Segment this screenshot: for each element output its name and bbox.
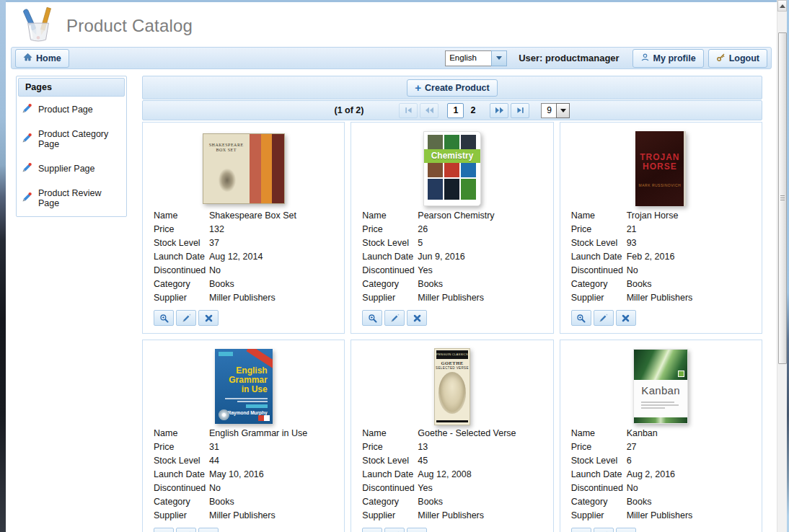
field-label: Name [154, 427, 209, 440]
field-label: Supplier [571, 291, 627, 305]
field-row-discontinued: Discontinued No [571, 482, 751, 495]
field-value: 93 [627, 236, 637, 250]
product-edit-button[interactable] [594, 528, 614, 532]
product-view-button[interactable] [362, 310, 382, 326]
field-row-discontinued: Discontinued Yes [362, 264, 542, 278]
paginator-last-button[interactable] [511, 103, 529, 118]
seek-last-icon [516, 107, 524, 114]
field-row-name: Name Pearson Chemistry [362, 209, 542, 223]
book-cover-trojan-horse: TROJANHORSEMARK RUSSINOVICH [635, 131, 686, 206]
field-value: Books [627, 495, 652, 509]
product-view-button[interactable] [154, 310, 174, 326]
language-select-dropdown-button[interactable] [491, 50, 507, 66]
pencil-icon [22, 133, 32, 146]
pencil-icon [22, 103, 32, 116]
product-edit-button[interactable] [384, 528, 405, 532]
field-row-stock_level: Stock Level 6 [571, 454, 751, 468]
field-value: Books [209, 495, 234, 509]
field-value: Aug 2, 2016 [627, 468, 675, 482]
seek-prev-icon [425, 107, 434, 114]
rows-per-page-dropdown-button[interactable] [556, 103, 570, 118]
search-plus-icon [368, 314, 377, 323]
product-fields: Name Shakespeare Box Set Price 132 Stock… [154, 209, 333, 305]
product-view-button[interactable] [362, 528, 382, 532]
product-delete-button[interactable] [407, 528, 427, 532]
product-fields: Name English Grammar in Use Price 31 Sto… [154, 427, 333, 523]
product-fields: Name Goethe - Selected Verse Price 13 St… [362, 427, 542, 523]
field-row-name: Name Shakespeare Box Set [154, 209, 333, 223]
scrollbar-thumb[interactable] [778, 32, 787, 364]
paginator-prev-button[interactable] [420, 103, 438, 118]
logout-button[interactable]: Logout [708, 49, 767, 68]
create-product-button-label: Create Product [425, 83, 490, 93]
pages-panel-items: Product Page Product Category Page Suppl… [18, 97, 125, 215]
field-label: Category [362, 495, 418, 509]
field-label: Launch Date [571, 468, 627, 482]
create-product-button[interactable]: + Create Product [407, 79, 497, 97]
field-label: Name [362, 209, 418, 223]
field-value: Books [209, 278, 234, 291]
field-label: Name [154, 209, 209, 223]
language-select: English [445, 50, 507, 66]
field-value: Yes [418, 264, 432, 278]
field-label: Price [571, 440, 627, 454]
product-edit-button[interactable] [176, 528, 196, 532]
product-actions [154, 310, 333, 326]
sidebar-item-product-review-page[interactable]: Product Review Page [18, 182, 125, 215]
field-row-price: Price 26 [362, 223, 542, 236]
field-row-price: Price 13 [362, 440, 542, 454]
close-icon [413, 314, 421, 322]
field-row-price: Price 21 [571, 223, 751, 236]
home-button[interactable]: Home [15, 49, 69, 68]
field-label: Launch Date [154, 468, 209, 482]
field-value: 26 [418, 223, 428, 236]
field-label: Launch Date [154, 250, 209, 264]
product-cover: EnglishGrammarin UseRaymond Murphy [154, 346, 333, 427]
language-select-value[interactable]: English [445, 50, 491, 66]
search-plus-icon [576, 314, 586, 323]
field-value: Books [418, 495, 443, 509]
sidebar-item-label: Product Page [38, 105, 93, 115]
product-edit-button[interactable] [176, 310, 196, 326]
rows-per-page-value[interactable]: 9 [541, 103, 556, 118]
sidebar-item-supplier-page[interactable]: Supplier Page [18, 156, 125, 182]
field-value: 6 [627, 454, 632, 468]
field-row-supplier: Supplier Miller Publishers [571, 291, 751, 305]
field-value: Books [418, 278, 443, 291]
paginator-first-button[interactable] [399, 103, 418, 118]
field-value: Goethe - Selected Verse [418, 427, 516, 440]
product-cover: SHAKESPEAREBOX SET [154, 128, 333, 209]
my-profile-button[interactable]: My profile [632, 49, 704, 68]
field-value: 45 [418, 454, 428, 468]
product-delete-button[interactable] [198, 310, 219, 326]
triangle-up-icon [780, 4, 785, 8]
product-delete-button[interactable] [407, 310, 427, 326]
field-row-discontinued: Discontinued No [154, 264, 333, 278]
paginator-next-button[interactable] [490, 103, 508, 118]
field-label: Stock Level [571, 236, 627, 250]
field-row-category: Category Books [571, 278, 751, 291]
product-edit-button[interactable] [384, 310, 405, 326]
product-delete-button[interactable] [616, 528, 636, 532]
product-edit-button[interactable] [594, 310, 614, 326]
product-view-button[interactable] [571, 528, 591, 532]
field-label: Category [362, 278, 418, 291]
product-delete-button[interactable] [616, 310, 636, 326]
edit-pencil-icon [182, 314, 191, 323]
product-view-button[interactable] [154, 528, 174, 532]
sidebar-item-product-page[interactable]: Product Page [18, 97, 125, 123]
paginator-page-2-button[interactable]: 2 [464, 103, 481, 118]
product-view-button[interactable] [571, 310, 591, 326]
field-label: Price [154, 223, 209, 236]
vertical-scrollbar[interactable] [777, 0, 787, 532]
app-header: Product Catalog [6, 2, 777, 47]
product-delete-button[interactable] [198, 528, 219, 532]
field-row-launch_date: Launch Date Aug 2, 2016 [571, 468, 751, 482]
field-row-category: Category Books [154, 278, 333, 291]
field-row-supplier: Supplier Miller Publishers [362, 291, 542, 305]
paginator-page-1-button[interactable]: 1 [447, 103, 464, 118]
field-row-price: Price 27 [571, 440, 751, 454]
scrollbar-up-button[interactable] [777, 0, 787, 12]
sidebar-item-product-category-page[interactable]: Product Category Page [18, 123, 125, 156]
field-value: Yes [418, 482, 432, 495]
